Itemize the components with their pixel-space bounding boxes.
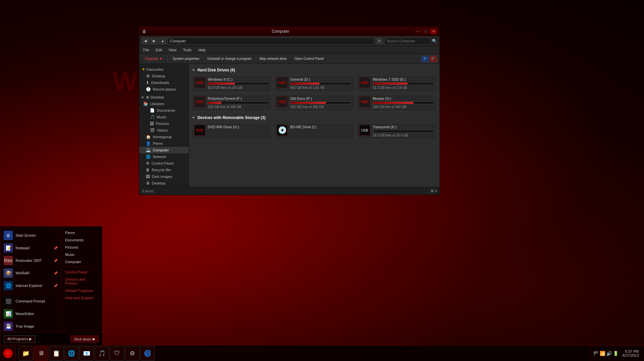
sidebar-item-computer[interactable]: 💻 Computer xyxy=(139,147,189,153)
tray-network-icon[interactable]: 📶 xyxy=(600,351,605,356)
sidebar-item-music[interactable]: 🎵 Music xyxy=(139,114,189,120)
taskbar-btn-settings[interactable]: ⚙ xyxy=(125,346,140,361)
network-icon: 🌐 xyxy=(146,154,151,159)
status-text: 3 items xyxy=(142,189,153,193)
menu-view[interactable]: View xyxy=(167,47,178,53)
sidebar-item-pictures[interactable]: 🖼 Pictures xyxy=(139,120,189,127)
ribbon-system-properties[interactable]: System properties xyxy=(170,56,202,62)
start-item-notepad[interactable]: 📝 Notepad 📌 xyxy=(0,242,61,254)
start-menu-content: 🖥 Start Screen 📝 Notepad 📌 Res Restorato… xyxy=(0,226,102,333)
all-programs-button[interactable]: All Programs ▶ xyxy=(4,335,35,343)
drive-p[interactable]: HDD Old Docs (P:) 163 GB free of 390 GB xyxy=(274,94,354,111)
ribbon-flag2[interactable]: 🏴 xyxy=(430,56,437,62)
drive-e[interactable]: HDD Windows 7 SSD (E:) 51.3 GB free of 1… xyxy=(357,75,437,92)
sidebar-item-control-panel[interactable]: ⚙ Control Panel xyxy=(139,160,189,167)
start-item-ie[interactable]: 🌐 Internet Explorer 📌 xyxy=(0,279,61,292)
main-content: ▼ Hard Disk Drives (6) HDD Windows 8 (C:… xyxy=(189,64,440,187)
drive-i[interactable]: 💿 BD-RE Drive (I:) xyxy=(274,123,354,140)
winrar-icon: 📦 xyxy=(4,268,13,278)
sidebar-item-homegroup[interactable]: 🏠 Homegroup xyxy=(139,134,189,140)
sidebar-item-videos[interactable]: 🎬 Videos xyxy=(139,127,189,134)
right-item-documents[interactable]: Documents xyxy=(61,236,102,244)
view-toggle-2[interactable]: ≡ xyxy=(435,189,437,193)
sidebar-item-dark-images[interactable]: 🖼 Dark images xyxy=(139,173,189,180)
drive-k[interactable]: USB Transcend (K:) 29.3 GB free of 29.4 … xyxy=(357,123,437,140)
taskbar: 📁 🖥 📋 🌐 📧 🎵 🛡 ⚙ 🌀 🏴 📶 🔊 🔋 5:37 PM 6/27/2… xyxy=(0,345,644,361)
drive-d[interactable]: HDD General (D:) 952 GB free of 1.81 TB xyxy=(274,75,354,92)
sidebar-desktop-header[interactable]: ▶ 🖥 Desktop xyxy=(139,94,189,100)
right-item-control-panel[interactable]: Control Panel xyxy=(61,268,102,276)
forward-button[interactable]: ▶ xyxy=(150,38,158,44)
drive-f[interactable]: HDD Pictures/uTorrent (F:) 232 GB free o… xyxy=(192,94,272,111)
drive-k-icon: USB xyxy=(360,125,370,136)
taskbar-btn-shield[interactable]: 🛡 xyxy=(110,346,124,361)
back-button[interactable]: ◀ xyxy=(142,38,149,44)
sidebar-favourites-label: Favourites xyxy=(147,67,163,71)
ribbon-control-panel[interactable]: Open Control Panel xyxy=(292,56,327,62)
start-button[interactable] xyxy=(0,345,16,361)
drive-p-info: Old Docs (P:) 163 GB free of 390 GB xyxy=(290,97,351,109)
search-input[interactable] xyxy=(384,37,431,45)
view-toggle-1[interactable]: ⊞ xyxy=(431,189,434,193)
shutdown-button[interactable]: Shut down ▶ xyxy=(70,335,99,343)
restorator-pin: 📌 xyxy=(54,259,58,262)
sidebar-favourites-header[interactable]: ★ Favourites xyxy=(139,66,189,73)
taskbar-btn-email[interactable]: 📧 xyxy=(79,346,94,361)
drive-s[interactable]: HDD Movies (S:) 146 GB free of 440 GB xyxy=(357,94,437,111)
close-button[interactable]: ✕ xyxy=(430,29,437,34)
right-item-devices[interactable]: Devices and Printers xyxy=(61,276,102,287)
sidebar-item-libraries[interactable]: 📚 Libraries xyxy=(139,100,189,107)
menu-help[interactable]: Help xyxy=(197,47,207,53)
sidebar-item-desktop[interactable]: 🖥 Desktop xyxy=(139,73,189,79)
sidebar-item-recent[interactable]: 🕐 Recent places xyxy=(139,86,189,93)
taskbar-btn-computer[interactable]: 🖥 xyxy=(34,346,48,361)
sidebar-item-documents[interactable]: 📄 Documents xyxy=(139,107,189,114)
taskbar-btn-spiral[interactable]: 🌀 xyxy=(140,346,155,361)
drive-g[interactable]: DVD DVD RW Drive (G:) xyxy=(192,123,272,140)
tray-time[interactable]: 5:37 PM 6/27/2013 xyxy=(620,349,641,357)
start-item-winrar[interactable]: 📦 WinRAR 📌 xyxy=(0,267,61,279)
drive-g-icon: DVD xyxy=(194,125,205,136)
right-item-music[interactable]: Music xyxy=(61,251,102,258)
ribbon-uninstall[interactable]: Uninstall or change a program xyxy=(204,56,255,62)
ribbon-map-drive[interactable]: Map network drive xyxy=(257,56,290,62)
right-item-pierre[interactable]: Pierre xyxy=(61,229,102,236)
drive-e-icon: HDD xyxy=(360,77,370,88)
removable-toggle[interactable]: ▼ xyxy=(192,115,195,120)
refresh-button[interactable]: ↻ xyxy=(376,38,383,44)
menu-tools[interactable]: Tools xyxy=(182,47,193,53)
taskbar-tray: 🏴 📶 🔊 🔋 5:37 PM 6/27/2013 xyxy=(590,345,644,361)
start-item-waveeditor[interactable]: 📊 WaveEditor xyxy=(0,307,61,320)
sidebar-item-desktop3[interactable]: 🖥 Desktop xyxy=(139,180,189,186)
start-item-cmd[interactable]: ⬛ Command Prompt xyxy=(0,295,61,307)
up-button[interactable]: ▲ xyxy=(159,38,166,44)
taskbar-btn-folder[interactable]: 📁 xyxy=(19,346,33,361)
taskbar-btn-browser[interactable]: 🌐 xyxy=(64,346,79,361)
homegroup-icon: 🏠 xyxy=(146,135,151,139)
ribbon: Organise ▼ System properties Uninstall o… xyxy=(139,54,440,64)
tray-speaker-icon[interactable]: 🔊 xyxy=(606,351,612,356)
sidebar-item-recycle-bin[interactable]: 🗑 Recycle Bin xyxy=(139,167,189,173)
ribbon-organise[interactable]: Organise ▼ xyxy=(142,56,165,62)
hard-disk-toggle[interactable]: ▼ xyxy=(192,68,195,72)
menu-edit[interactable]: Edit xyxy=(154,47,163,53)
start-item-trueimage[interactable]: 💾 True Image xyxy=(0,320,61,333)
ribbon-flag1[interactable]: 🏳 xyxy=(421,56,429,62)
start-item-start-screen[interactable]: 🖥 Start Screen xyxy=(0,229,61,242)
drive-c[interactable]: HDD Windows 8 (C:) 55.8 GB free of 100 G… xyxy=(192,75,272,92)
taskbar-btn-music[interactable]: 🎵 xyxy=(95,346,109,361)
start-item-restorator[interactable]: Res Restorator 2007 📌 xyxy=(0,254,61,267)
right-item-default-programs[interactable]: Default Programs xyxy=(61,287,102,294)
sidebar-item-downloads[interactable]: ⬇ Downloads xyxy=(139,79,189,86)
maximize-button[interactable]: □ xyxy=(422,29,429,34)
minimize-button[interactable]: ─ xyxy=(414,29,421,34)
right-item-help[interactable]: Help and Support xyxy=(61,294,102,301)
right-item-pictures[interactable]: Pictures xyxy=(61,244,102,251)
drive-s-info: Movies (S:) 146 GB free of 440 GB xyxy=(373,97,434,109)
menu-file[interactable]: File xyxy=(142,47,150,53)
address-bar[interactable] xyxy=(168,37,374,45)
taskbar-btn-clipboard[interactable]: 📋 xyxy=(49,346,64,361)
right-item-computer[interactable]: Computer xyxy=(61,258,102,265)
sidebar-item-network[interactable]: 🌐 Network xyxy=(139,153,189,160)
sidebar-item-pierre[interactable]: 👤 Pierre xyxy=(139,140,189,147)
